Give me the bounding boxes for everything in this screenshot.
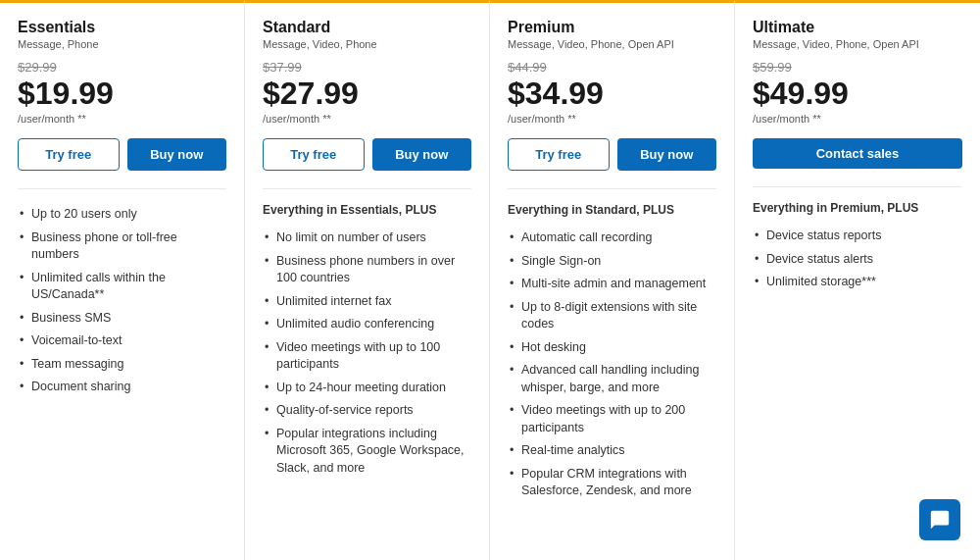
- buy-now-button-essentials[interactable]: Buy now: [127, 138, 227, 171]
- list-item: Hot desking: [508, 336, 716, 360]
- chat-icon: [929, 509, 951, 531]
- list-item: Business phone numbers in over 100 count…: [263, 250, 471, 290]
- pricing-grid: EssentialsMessage, Phone$29.99$19.99/use…: [0, 0, 980, 560]
- list-item: Up to 8-digit extensions with site codes: [508, 296, 716, 336]
- list-item: Voicemail-to-text: [18, 330, 226, 353]
- list-item: Unlimited internet fax: [263, 290, 471, 314]
- plus-label-standard: Everything in Essentials, PLUS: [263, 203, 471, 217]
- plus-label-ultimate: Everything in Premium, PLUS: [753, 201, 962, 215]
- list-item: Popular integrations including Microsoft…: [263, 423, 471, 481]
- list-item: Video meetings with up to 100 participan…: [263, 336, 471, 377]
- button-row-standard: Try freeBuy now: [263, 138, 471, 171]
- current-price-premium: $34.99: [508, 76, 716, 111]
- feature-list-standard: No limit on number of usersBusiness phon…: [263, 227, 471, 480]
- plan-col-premium: PremiumMessage, Video, Phone, Open API$4…: [490, 0, 735, 560]
- contact-sales-button-ultimate[interactable]: Contact sales: [753, 138, 962, 169]
- button-row-ultimate: Contact sales: [753, 138, 962, 169]
- list-item: Popular CRM integrations with Salesforce…: [508, 463, 716, 503]
- divider-ultimate: [753, 186, 962, 187]
- plan-name-ultimate: Ultimate: [753, 19, 962, 36]
- chat-widget[interactable]: [919, 499, 960, 540]
- buy-now-button-standard[interactable]: Buy now: [372, 138, 472, 171]
- feature-list-premium: Automatic call recordingSingle Sign-onMu…: [508, 227, 716, 503]
- original-price-ultimate: $59.99: [753, 60, 962, 75]
- list-item: Device status reports: [753, 225, 962, 248]
- original-price-essentials: $29.99: [18, 60, 226, 75]
- plan-col-essentials: EssentialsMessage, Phone$29.99$19.99/use…: [0, 0, 245, 560]
- try-free-button-standard[interactable]: Try free: [263, 138, 365, 171]
- feature-list-essentials: Up to 20 users onlyBusiness phone or tol…: [18, 203, 226, 399]
- list-item: Device status alerts: [753, 248, 962, 272]
- plus-label-premium: Everything in Standard, PLUS: [508, 203, 716, 217]
- list-item: Up to 20 users only: [18, 203, 226, 227]
- plan-name-essentials: Essentials: [18, 19, 226, 36]
- list-item: Advanced call handling including whisper…: [508, 359, 716, 399]
- list-item: Unlimited calls within the US/Canada**: [18, 267, 226, 307]
- list-item: No limit on number of users: [263, 227, 471, 250]
- list-item: Up to 24-hour meeting duration: [263, 377, 471, 400]
- buy-now-button-premium[interactable]: Buy now: [617, 138, 717, 171]
- list-item: Business phone or toll-free numbers: [18, 227, 226, 267]
- list-item: Quality-of-service reports: [263, 399, 471, 423]
- original-price-premium: $44.99: [508, 60, 716, 75]
- price-note-ultimate: /user/month **: [753, 113, 962, 125]
- price-note-essentials: /user/month **: [18, 113, 226, 125]
- current-price-ultimate: $49.99: [753, 76, 962, 111]
- try-free-button-premium[interactable]: Try free: [508, 138, 610, 171]
- feature-list-ultimate: Device status reportsDevice status alert…: [753, 225, 962, 294]
- list-item: Team messaging: [18, 353, 226, 377]
- plan-name-standard: Standard: [263, 19, 471, 36]
- button-row-premium: Try freeBuy now: [508, 138, 716, 171]
- list-item: Real-time analytics: [508, 439, 716, 463]
- plan-tagline-standard: Message, Video, Phone: [263, 38, 471, 50]
- plan-tagline-ultimate: Message, Video, Phone, Open API: [753, 38, 962, 50]
- price-note-premium: /user/month **: [508, 113, 716, 125]
- list-item: Single Sign-on: [508, 250, 716, 274]
- plan-col-standard: StandardMessage, Video, Phone$37.99$27.9…: [245, 0, 490, 560]
- list-item: Document sharing: [18, 376, 226, 399]
- plan-col-ultimate: UltimateMessage, Video, Phone, Open API$…: [735, 0, 980, 560]
- list-item: Unlimited storage***: [753, 271, 962, 294]
- current-price-standard: $27.99: [263, 76, 471, 111]
- divider-standard: [263, 188, 471, 189]
- list-item: Business SMS: [18, 307, 226, 331]
- try-free-button-essentials[interactable]: Try free: [18, 138, 120, 171]
- current-price-essentials: $19.99: [18, 76, 226, 111]
- plan-tagline-premium: Message, Video, Phone, Open API: [508, 38, 716, 50]
- plan-tagline-essentials: Message, Phone: [18, 38, 226, 50]
- price-note-standard: /user/month **: [263, 113, 471, 125]
- list-item: Unlimited audio conferencing: [263, 313, 471, 336]
- original-price-standard: $37.99: [263, 60, 471, 75]
- list-item: Automatic call recording: [508, 227, 716, 250]
- divider-essentials: [18, 188, 226, 189]
- plan-name-premium: Premium: [508, 19, 716, 36]
- list-item: Video meetings with up to 200 participan…: [508, 399, 716, 439]
- button-row-essentials: Try freeBuy now: [18, 138, 226, 171]
- divider-premium: [508, 188, 716, 189]
- list-item: Multi-site admin and management: [508, 273, 716, 296]
